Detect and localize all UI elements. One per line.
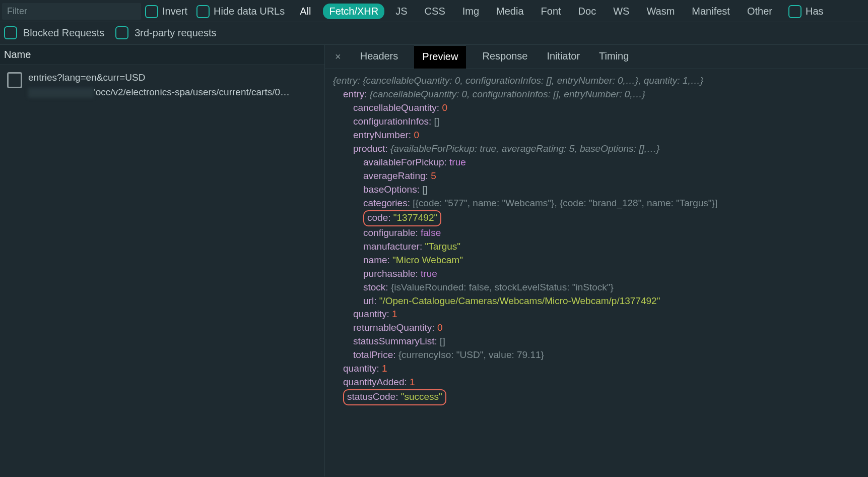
- type-filter-wasm[interactable]: Wasm: [640, 4, 681, 19]
- json-key-totalPrice[interactable]: totalPrice: {currencyIso: "USD", value: …: [333, 348, 860, 362]
- json-key-stock[interactable]: stock: {isValueRounded: false, stockLeve…: [333, 281, 860, 294]
- hide-data-urls-label: Hide data URLs: [214, 6, 285, 17]
- invert-label: Invert: [162, 6, 187, 17]
- highlight-statusCode: statusCode: "success": [343, 389, 446, 405]
- highlight-code: code: "1377492": [363, 210, 441, 226]
- network-filter-toolbar-row2: Blocked Requests 3rd-party requests: [0, 22, 868, 45]
- type-filter-ws[interactable]: WS: [607, 4, 635, 19]
- json-key-categories[interactable]: categories: [{code: "577", name: "Webcam…: [333, 197, 860, 210]
- json-key-manufacturer[interactable]: manufacturer: "Targus": [333, 240, 860, 254]
- request-type-icon: [7, 72, 22, 88]
- has-blocked-cookies-checkbox[interactable]: [788, 5, 802, 18]
- json-root-summary[interactable]: {entry: {cancellableQuantity: 0, configu…: [333, 74, 860, 88]
- json-key-averageRating[interactable]: averageRating: 5: [333, 169, 860, 183]
- type-filter-js[interactable]: JS: [389, 4, 413, 19]
- json-key-entryNumber[interactable]: entryNumber: 0: [333, 129, 860, 142]
- json-key-cancellableQuantity[interactable]: cancellableQuantity: 0: [333, 101, 860, 115]
- tab-preview[interactable]: Preview: [414, 45, 466, 69]
- column-header-name[interactable]: Name: [0, 45, 324, 65]
- json-key-baseOptions[interactable]: baseOptions: []: [333, 183, 860, 197]
- type-filter-manifest[interactable]: Manifest: [686, 4, 736, 19]
- json-key-code[interactable]: code: "1377492": [333, 210, 860, 226]
- type-filter-all[interactable]: All: [294, 4, 317, 19]
- json-key-url[interactable]: url: "/Open-Catalogue/Cameras/Webcams/Mi…: [333, 294, 860, 308]
- json-key-quantityAdded[interactable]: quantityAdded: 1: [333, 376, 860, 389]
- filter-input[interactable]: [2, 3, 141, 20]
- request-name-line1: entries?lang=en&curr=USD: [28, 70, 290, 85]
- type-filter-font[interactable]: Font: [535, 4, 567, 19]
- tab-timing[interactable]: Timing: [596, 45, 632, 68]
- json-key-statusSummaryList[interactable]: statusSummaryList: []: [333, 335, 860, 348]
- request-name: entries?lang=en&curr=USD 'occ/v2/electro…: [28, 70, 290, 100]
- type-filter-media[interactable]: Media: [490, 4, 529, 19]
- type-filter-css[interactable]: CSS: [419, 4, 451, 19]
- network-filter-toolbar: Invert Hide data URLs AllFetch/XHRJSCSSI…: [0, 0, 868, 22]
- redacted-host: [28, 88, 94, 98]
- invert-checkbox[interactable]: [145, 5, 158, 18]
- json-key-statusCode[interactable]: statusCode: "success": [333, 389, 860, 405]
- has-label: Has: [806, 6, 824, 17]
- request-detail-pane: × HeadersPreviewResponseInitiatorTiming …: [325, 45, 868, 476]
- json-key-product[interactable]: product: {availableForPickup: true, aver…: [333, 142, 860, 156]
- type-filter-doc[interactable]: Doc: [572, 4, 603, 19]
- json-key-name[interactable]: name: "Micro Webcam": [333, 254, 860, 267]
- close-icon[interactable]: ×: [332, 49, 344, 65]
- json-key-quantity[interactable]: quantity: 1: [333, 308, 860, 321]
- blocked-requests-checkbox[interactable]: [4, 26, 17, 39]
- json-key-availableForPickup[interactable]: availableForPickup: true: [333, 156, 860, 169]
- hide-data-urls-checkbox[interactable]: [196, 5, 210, 18]
- json-key-returnableQuantity[interactable]: returnableQuantity: 0: [333, 321, 860, 335]
- blocked-requests-label: Blocked Requests: [23, 27, 104, 39]
- third-party-checkbox[interactable]: [115, 26, 128, 39]
- tab-headers[interactable]: Headers: [357, 45, 402, 68]
- tab-initiator[interactable]: Initiator: [544, 45, 583, 68]
- tab-response[interactable]: Response: [479, 45, 530, 68]
- json-key-entry[interactable]: entry: {cancellableQuantity: 0, configur…: [333, 88, 860, 101]
- json-key-purchasable[interactable]: purchasable: true: [333, 267, 860, 281]
- json-key-top-quantity[interactable]: quantity: 1: [333, 362, 860, 376]
- request-list-pane: Name entries?lang=en&curr=USD 'occ/v2/el…: [0, 45, 325, 476]
- request-name-line2: 'occ/v2/electronics-spa/users/current/ca…: [28, 85, 290, 99]
- type-filter-other[interactable]: Other: [741, 4, 778, 19]
- third-party-label: 3rd-party requests: [135, 27, 216, 39]
- type-filter-img[interactable]: Img: [456, 4, 485, 19]
- detail-tabbar: × HeadersPreviewResponseInitiatorTiming: [325, 45, 868, 69]
- preview-json-tree[interactable]: {entry: {cancellableQuantity: 0, configu…: [325, 69, 868, 415]
- json-key-configurationInfos[interactable]: configurationInfos: []: [333, 115, 860, 129]
- json-key-configurable[interactable]: configurable: false: [333, 226, 860, 240]
- request-row[interactable]: entries?lang=en&curr=USD 'occ/v2/electro…: [0, 65, 324, 105]
- type-filter-fetchxhr[interactable]: Fetch/XHR: [323, 4, 384, 19]
